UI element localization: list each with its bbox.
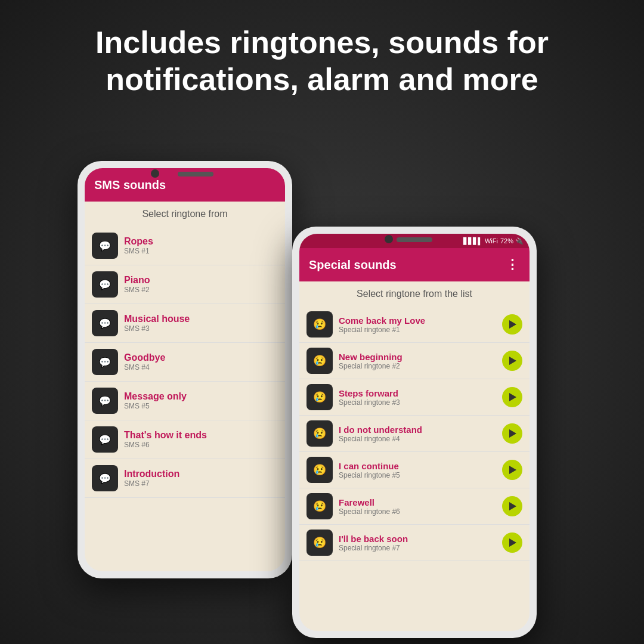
- ringtone-subtitle: Special ringtone #4: [339, 435, 496, 443]
- sms-icon: 💬: [92, 426, 118, 453]
- special-app-bar: Special sounds ⋮: [299, 248, 530, 281]
- ringtone-info: I'll be back soon Special ringtone #7: [339, 534, 496, 552]
- ringtone-title: New beginning: [339, 352, 496, 362]
- sms-item-subtitle: SMS #7: [124, 479, 278, 488]
- sms-item-subtitle: SMS #1: [124, 247, 278, 255]
- sms-item-subtitle: SMS #6: [124, 441, 278, 449]
- list-item[interactable]: 😢 I'll be back soon Special ringtone #7: [299, 525, 530, 561]
- sms-item-title: Musical house: [124, 314, 278, 324]
- ringtone-title: Farewell: [339, 497, 496, 507]
- sms-item-info: Introduction SMS #7: [124, 469, 278, 488]
- sms-item-info: Ropes SMS #1: [124, 236, 278, 255]
- phone-sms-screen: SMS sounds Select ringtone from 💬 Ropes …: [85, 168, 285, 571]
- list-item[interactable]: 😢 I do not understand Special ringtone #…: [299, 416, 530, 452]
- ringtone-icon: 😢: [306, 348, 333, 374]
- ringtone-icon: 😢: [306, 530, 333, 556]
- list-item[interactable]: 😢 Steps forward Special ringtone #3: [299, 379, 530, 416]
- battery-icon: 72% 🔌: [500, 237, 524, 245]
- phone-special-screen: ▋▋▋▌ WiFi 72% 🔌 Special sounds ⋮ Select …: [299, 234, 530, 631]
- play-icon: [509, 466, 516, 474]
- headline: Includes ringtones, sounds for notificat…: [0, 12, 644, 110]
- ringtone-info: Farewell Special ringtone #6: [339, 497, 496, 516]
- sms-item-info: Piano SMS #2: [124, 275, 278, 294]
- ringtone-subtitle: Special ringtone #7: [339, 544, 496, 552]
- ringtone-icon: 😢: [306, 420, 333, 447]
- ringtone-subtitle: Special ringtone #2: [339, 362, 496, 370]
- play-icon: [509, 429, 516, 438]
- sms-list-header: Select ringtone from: [85, 202, 285, 227]
- wifi-icon: WiFi: [485, 237, 498, 244]
- ringtone-subtitle: Special ringtone #6: [339, 507, 496, 516]
- sms-icon: 💬: [92, 349, 118, 375]
- play-button[interactable]: [502, 460, 522, 480]
- phone-camera: [151, 169, 159, 178]
- list-item[interactable]: 💬 Piano SMS #2: [85, 265, 285, 304]
- sms-item-title: Ropes: [124, 236, 278, 247]
- play-icon: [509, 320, 516, 329]
- sms-item-subtitle: SMS #5: [124, 402, 278, 410]
- ringtone-icon: 😢: [306, 384, 333, 410]
- sms-item-title: Piano: [124, 275, 278, 286]
- sms-icon: 💬: [92, 233, 118, 259]
- phone-special: ▋▋▋▌ WiFi 72% 🔌 Special sounds ⋮ Select …: [292, 227, 537, 638]
- sms-item-title: Introduction: [124, 469, 278, 479]
- headline-line1: Includes ringtones, sounds for: [95, 25, 549, 60]
- sms-icon: 💬: [92, 388, 118, 414]
- play-button[interactable]: [502, 423, 522, 444]
- phone2-camera: [385, 235, 393, 243]
- ringtone-subtitle: Special ringtone #1: [339, 326, 496, 334]
- phone-speaker: [178, 172, 213, 177]
- sms-app-title: SMS sounds: [94, 178, 166, 192]
- ringtone-icon: 😢: [306, 493, 333, 519]
- sms-item-subtitle: SMS #3: [124, 324, 278, 333]
- play-button[interactable]: [502, 314, 522, 335]
- list-item[interactable]: 💬 Message only SMS #5: [85, 382, 285, 420]
- play-icon: [509, 538, 516, 547]
- play-button[interactable]: [502, 496, 522, 516]
- ringtone-icon: 😢: [306, 311, 333, 338]
- special-app-title: Special sounds: [309, 258, 397, 272]
- sms-item-info: Goodbye SMS #4: [124, 352, 278, 371]
- phone-sms: SMS sounds Select ringtone from 💬 Ropes …: [78, 161, 292, 578]
- list-item[interactable]: 💬 Ropes SMS #1: [85, 227, 285, 265]
- signal-icon: ▋▋▋▌: [463, 237, 482, 245]
- list-item[interactable]: 💬 Introduction SMS #7: [85, 459, 285, 498]
- phone2-speaker: [397, 237, 432, 242]
- special-list: 😢 Come back my Love Special ringtone #1 …: [299, 306, 530, 561]
- sms-item-info: That's how it ends SMS #6: [124, 430, 278, 449]
- ringtone-title: I'll be back soon: [339, 534, 496, 544]
- sms-icon: 💬: [92, 465, 118, 491]
- sms-icon: 💬: [92, 310, 118, 336]
- ringtone-title: Come back my Love: [339, 315, 496, 326]
- ringtone-subtitle: Special ringtone #5: [339, 471, 496, 479]
- headline-line2: notifications, alarm and more: [106, 62, 538, 97]
- play-button[interactable]: [502, 387, 522, 407]
- sms-icon: 💬: [92, 271, 118, 298]
- ringtone-info: Steps forward Special ringtone #3: [339, 388, 496, 407]
- list-item[interactable]: 💬 That's how it ends SMS #6: [85, 420, 285, 459]
- list-item[interactable]: 😢 Farewell Special ringtone #6: [299, 488, 530, 525]
- sms-list: 💬 Ropes SMS #1 💬 Piano SMS #2 💬 Musical …: [85, 227, 285, 498]
- sms-item-title: That's how it ends: [124, 430, 278, 441]
- special-list-header: Select ringtone from the list: [299, 281, 530, 306]
- play-icon: [509, 502, 516, 510]
- list-item[interactable]: 💬 Musical house SMS #3: [85, 304, 285, 343]
- list-item[interactable]: 😢 Come back my Love Special ringtone #1: [299, 306, 530, 343]
- ringtone-info: I do not understand Special ringtone #4: [339, 425, 496, 443]
- ringtone-subtitle: Special ringtone #3: [339, 398, 496, 407]
- sms-item-title: Goodbye: [124, 352, 278, 363]
- menu-icon[interactable]: ⋮: [506, 257, 520, 273]
- sms-item-info: Message only SMS #5: [124, 391, 278, 410]
- ringtone-icon: 😢: [306, 457, 333, 483]
- play-button[interactable]: [502, 532, 522, 553]
- ringtone-info: New beginning Special ringtone #2: [339, 352, 496, 370]
- ringtone-title: Steps forward: [339, 388, 496, 398]
- play-button[interactable]: [502, 351, 522, 371]
- sms-item-info: Musical house SMS #3: [124, 314, 278, 333]
- ringtone-info: Come back my Love Special ringtone #1: [339, 315, 496, 334]
- list-item[interactable]: 😢 New beginning Special ringtone #2: [299, 343, 530, 379]
- list-item[interactable]: 😢 I can continue Special ringtone #5: [299, 452, 530, 488]
- list-item[interactable]: 💬 Goodbye SMS #4: [85, 343, 285, 382]
- ringtone-info: I can continue Special ringtone #5: [339, 461, 496, 479]
- sms-item-subtitle: SMS #4: [124, 363, 278, 371]
